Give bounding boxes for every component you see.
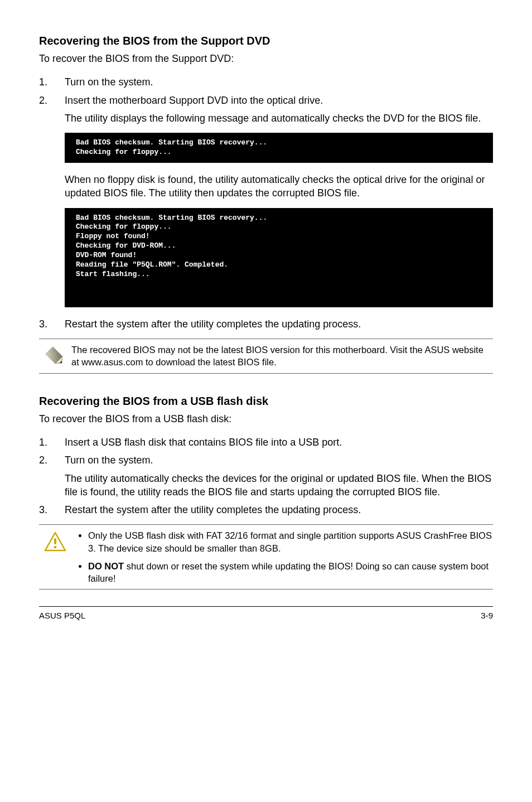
svg-point-5 xyxy=(54,546,57,549)
step-text: Insert the motherboard Support DVD into … xyxy=(65,94,493,125)
note-block: The recovered BIOS may not be the latest… xyxy=(39,339,493,374)
warning-text: Only the USB flash disk with FAT 32/16 f… xyxy=(71,529,493,584)
step-text: Turn on the system. The utility automati… xyxy=(65,453,493,499)
warning-rest: shut down or reset the system while upda… xyxy=(88,561,489,583)
svg-rect-4 xyxy=(54,538,56,544)
section1-steps: 1. Turn on the system. 2. Insert the mot… xyxy=(39,75,493,125)
note-text: The recovered BIOS may not be the latest… xyxy=(71,344,493,369)
footer-left: ASUS P5QL xyxy=(39,610,85,621)
list-item: 2. Turn on the system. The utility autom… xyxy=(39,453,493,499)
pencil-icon xyxy=(39,344,71,367)
step-text: Insert a USB flash disk that contains BI… xyxy=(65,436,493,449)
step-text: Restart the system after the utility com… xyxy=(65,317,493,331)
step-sub-text: The utility displays the following messa… xyxy=(65,112,493,125)
section1-step3: 3. Restart the system after the utility … xyxy=(39,317,493,331)
warning-icon xyxy=(39,529,71,552)
step-number: 1. xyxy=(39,75,65,89)
step-number: 3. xyxy=(39,317,65,331)
warning-strong: DO NOT xyxy=(88,561,124,571)
footer-right: 3-9 xyxy=(481,610,493,621)
terminal-output-2: Bad BIOS checksum. Starting BIOS recover… xyxy=(65,208,493,307)
list-item: 2. Insert the motherboard Support DVD in… xyxy=(39,94,493,125)
section2-steps: 1. Insert a USB flash disk that contains… xyxy=(39,436,493,516)
step-number: 3. xyxy=(39,503,65,516)
section1-mid-paragraph: When no floppy disk is found, the utilit… xyxy=(65,173,493,200)
warning-block: Only the USB flash disk with FAT 32/16 f… xyxy=(39,524,493,590)
section2-heading: Recovering the BIOS from a USB flash dis… xyxy=(39,394,493,409)
step-main-text: Turn on the system. xyxy=(65,455,153,466)
step-number: 2. xyxy=(39,453,65,499)
step-number: 2. xyxy=(39,94,65,125)
list-item: 3. Restart the system after the utility … xyxy=(39,503,493,516)
list-item: 1. Turn on the system. xyxy=(39,75,493,89)
list-item: 3. Restart the system after the utility … xyxy=(39,317,493,331)
section2-intro: To recover the BIOS from a USB flash dis… xyxy=(39,412,493,426)
page-footer: ASUS P5QL 3-9 xyxy=(39,606,493,621)
step-text: Restart the system after the utility com… xyxy=(65,503,493,516)
list-item: 1. Insert a USB flash disk that contains… xyxy=(39,436,493,449)
step-main-text: Insert the motherboard Support DVD into … xyxy=(65,95,323,106)
step-sub-text: The utility automatically checks the dev… xyxy=(65,472,493,499)
terminal-output-1: Bad BIOS checksum. Starting BIOS recover… xyxy=(65,133,493,163)
warning-bullet-1: Only the USB flash disk with FAT 32/16 f… xyxy=(88,529,493,554)
step-text: Turn on the system. xyxy=(65,75,493,89)
section1-intro: To recover the BIOS from the Support DVD… xyxy=(39,52,493,65)
step-number: 1. xyxy=(39,436,65,449)
warning-bullet-2: DO NOT shut down or reset the system whi… xyxy=(88,560,493,585)
section1-heading: Recovering the BIOS from the Support DVD xyxy=(39,33,493,49)
